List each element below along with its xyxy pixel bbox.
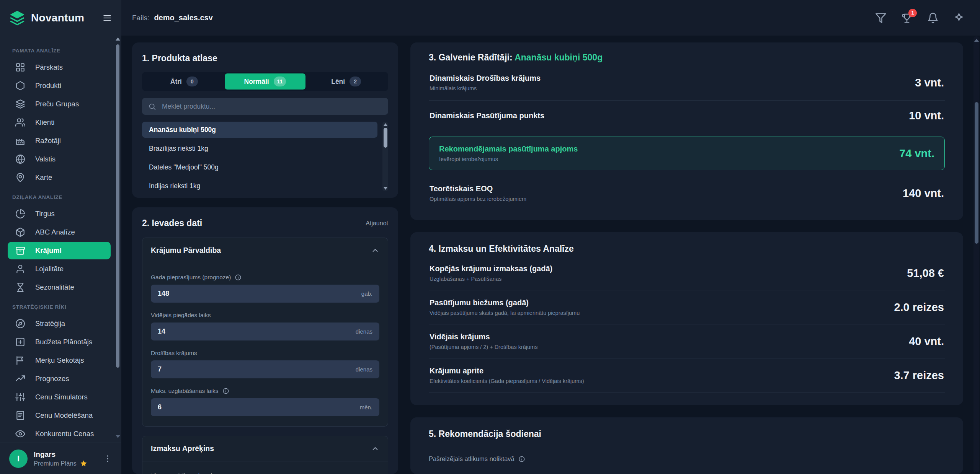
sidebar-item-parskats[interactable]: Pārskats — [0, 58, 121, 77]
metric-sublabel: Efektivitātes koeficients (Gada pieprasī… — [430, 378, 584, 384]
input-unit: dienas — [356, 366, 372, 373]
sidebar-item-tirgus[interactable]: Tirgus — [0, 205, 121, 223]
input-card-krajumu-parvaldiba: Krājumu PārvaldībaGada pieprasījums (pro… — [142, 238, 388, 427]
sidebar-item-label: Mērķu Sekotājs — [35, 356, 84, 365]
novantum-logo-icon — [9, 10, 25, 26]
map-pin-icon — [15, 173, 25, 182]
left-column: 1. Produkta atlase Ātri0Normāli11Lēni2 A… — [132, 42, 398, 474]
product-item-ananasu-kubini-500g[interactable]: Ananāsu kubiņi 500g — [142, 122, 377, 138]
sidebar-item-prognozes[interactable]: Prognozes — [0, 370, 121, 388]
tab-atri[interactable]: Ātri0 — [144, 73, 225, 90]
tab-leni[interactable]: Lēni2 — [305, 73, 387, 90]
hexagon-icon — [15, 81, 25, 91]
card-title: Izmaksu Aprēķins — [151, 444, 214, 453]
scroll-down-arrow-icon[interactable] — [384, 187, 387, 190]
input-videjais-piegades-laiks[interactable]: 14dienas — [151, 323, 379, 340]
sidebar-item-cenu-modelesana[interactable]: Cenu Modelēšana — [0, 406, 121, 425]
sidebar-item-strategija[interactable]: Stratēģija — [0, 314, 121, 333]
metrics-product-name: Ananāsu kubiņi 500g — [514, 52, 603, 62]
input-value: 14 — [158, 327, 165, 336]
card-header[interactable]: Krājumu Pārvaldība — [142, 238, 388, 263]
metric-label: Krājumu aprite — [430, 366, 584, 375]
input-drosibas-krajums[interactable]: 7dienas — [151, 360, 379, 378]
scroll-up-arrow-icon[interactable] — [384, 123, 387, 126]
metric-sublabel: Uzglabāšanas + Pasūtīšanas — [430, 276, 552, 282]
sparkles-icon[interactable] — [953, 12, 965, 24]
input-panel-title: 2. Ievades dati — [142, 218, 202, 228]
input-gada-pieprasijums-prognoze[interactable]: 148gab. — [151, 285, 379, 303]
metric-labels: Teorētiskais EOQOptimālais apjoms bez ie… — [430, 184, 526, 202]
sidebar-item-precu-grupas[interactable]: Preču Grupas — [0, 95, 121, 113]
trophy-button[interactable]: 1 — [901, 12, 913, 24]
sidebar-item-razotaji[interactable]: Ražotāji — [0, 132, 121, 150]
file-name: demo_sales.csv — [154, 13, 212, 22]
bell-icon[interactable] — [927, 12, 939, 24]
metric-value: 3.7 reizes — [894, 369, 944, 382]
info-icon[interactable] — [222, 388, 229, 394]
user-name: Ingars — [34, 450, 97, 459]
scroll-up-arrow-icon[interactable] — [116, 37, 120, 41]
refresh-link[interactable]: Atjaunot — [366, 220, 388, 227]
metric-sublabel: (Pasūtījuma apjoms / 2) + Drošības krāju… — [430, 344, 537, 350]
metric-label: Dinamiskais Pasūtījuma punkts — [430, 111, 544, 120]
sidebar-item-krajumi[interactable]: Krājumi — [8, 242, 111, 259]
trending-up-icon — [15, 374, 25, 384]
metrics-panel-title: 3. Galvenie Rādītāji: Ananāsu kubiņi 500… — [429, 52, 945, 63]
sidebar-item-merku-sekotajs[interactable]: Mērķu Sekotājs — [0, 351, 121, 370]
file-info: Fails: demo_sales.csv — [132, 13, 213, 22]
sliders-icon — [15, 392, 25, 402]
window-scrollbar[interactable] — [973, 36, 979, 472]
brand-name: Novantum — [31, 12, 102, 24]
sidebar-item-produkti[interactable]: Produkti — [0, 77, 121, 95]
input-maks-uzglabasanas-laiks[interactable]: 6mēn. — [151, 398, 379, 416]
tab-label: Lēni — [331, 78, 345, 86]
current-stock-label: Pašreizējais atlikums noliktavā — [429, 455, 945, 463]
field-label-text: Drošības krājums — [151, 350, 197, 357]
info-icon[interactable] — [518, 456, 525, 463]
users-icon — [15, 117, 25, 127]
metric-row-rekomendejamais-pasutijuma-apjoms: Rekomendējamais pasūtījuma apjomsIevēroj… — [429, 137, 945, 170]
more-vertical-icon[interactable] — [103, 454, 112, 463]
sidebar-item-valstis[interactable]: Valstis — [0, 150, 121, 168]
main-content: 1. Produkta atlase Ātri0Normāli11Lēni2 A… — [121, 36, 980, 474]
tab-normali[interactable]: Normāli11 — [225, 73, 306, 90]
sidebar-item-label: Produkti — [35, 81, 61, 90]
product-item-indijas-rieksti-1kg[interactable]: Indijas rieksti 1kg — [142, 178, 377, 194]
metric-labels: Dinamiskais Drošības krājumsMinimālais k… — [430, 74, 541, 91]
sidebar-item-abc-analize[interactable]: ABC Analīze — [0, 223, 121, 241]
sidebar-scrollbar-thumb[interactable] — [116, 44, 119, 368]
sidebar-item-lojalitate[interactable]: Lojalitāte — [0, 260, 121, 278]
window-scrollbar-thumb[interactable] — [975, 102, 978, 244]
star-icon — [80, 460, 87, 467]
sidebar-scrollbar[interactable] — [115, 37, 121, 439]
menu-icon[interactable] — [102, 13, 112, 23]
sidebar-item-sezonalitate[interactable]: Sezonalitāte — [0, 278, 121, 296]
sidebar-item-klienti[interactable]: Klienti — [0, 113, 121, 132]
recommendation-title: 5. Rekomendācija šodienai — [429, 429, 945, 439]
sidebar-item-konkurentu-cenas[interactable]: Konkurentu Cenas — [0, 425, 121, 443]
avatar[interactable]: I — [9, 450, 28, 468]
product-list-scrollbar[interactable] — [382, 122, 388, 191]
user-area[interactable]: I Ingars Premium Plāns — [0, 443, 121, 474]
scroll-up-arrow-icon[interactable] — [974, 39, 979, 42]
archive-icon — [15, 246, 25, 256]
plus-square-icon — [15, 337, 25, 347]
metric-row-dinamiskais-pasutijuma-punkts: Dinamiskais Pasūtījuma punkts10 vnt. — [429, 101, 945, 131]
filter-icon[interactable] — [875, 12, 887, 24]
sidebar-item-cenu-simulators[interactable]: Cenu Simulators — [0, 388, 121, 406]
product-item-brazilijas-rieksti-1kg[interactable]: Brazīlijas rieksti 1kg — [142, 140, 377, 156]
sidebar-item-label: Valstis — [35, 155, 56, 163]
product-item-dateles-medjool-500g[interactable]: Dateles "Medjool" 500g — [142, 159, 377, 175]
search-input[interactable] — [161, 102, 382, 111]
card-header[interactable]: Izmaksu Aprēķins — [142, 436, 388, 461]
metric-value: 10 vnt. — [909, 109, 944, 122]
sidebar-item-budzeta-planotajs[interactable]: Budžeta Plānotājs — [0, 333, 121, 351]
product-search[interactable] — [142, 98, 388, 115]
metric-label: Pasūtījumu biežums (gadā) — [430, 298, 580, 307]
sidebar-item-label: Ražotāji — [35, 137, 61, 145]
info-icon[interactable] — [235, 274, 242, 281]
scroll-down-arrow-icon[interactable] — [116, 435, 120, 438]
sidebar-item-karte[interactable]: Karte — [0, 168, 121, 187]
product-list-scrollbar-thumb[interactable] — [384, 128, 387, 148]
field-label-text: Vidējais piegādes laiks — [151, 312, 211, 319]
